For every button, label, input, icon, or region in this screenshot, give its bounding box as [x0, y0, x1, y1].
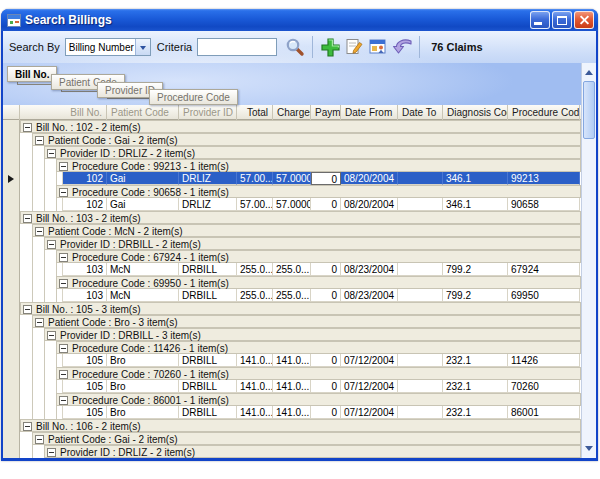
search-button[interactable] — [283, 35, 307, 59]
column-header-date_to[interactable]: Date To — [398, 105, 443, 120]
cell-bill[interactable]: 102 — [62, 198, 107, 211]
group-row-band[interactable]: Provider ID : DRLIZ - 2 item(s) — [44, 445, 581, 458]
scrollbar-thumb[interactable] — [583, 81, 595, 139]
column-header-date_from[interactable]: Date From — [341, 105, 398, 120]
cell-bill[interactable]: 102 — [62, 172, 107, 185]
column-header-diagnosis[interactable]: Diagnosis Code — [443, 105, 508, 120]
send-claims-button[interactable] — [390, 35, 414, 59]
cell-date_from[interactable]: 08/20/2004 — [341, 198, 398, 211]
collapse-icon[interactable] — [35, 227, 44, 236]
cell-charges[interactable]: 141.0... — [273, 406, 311, 419]
group-row-band[interactable]: Procedure Code : 69950 - 1 item(s) — [56, 276, 581, 289]
collapse-icon[interactable] — [47, 448, 56, 457]
group-row[interactable]: Bill No. : 102 - 2 item(s) — [3, 120, 581, 133]
group-row-band[interactable]: Provider ID : DRBILL - 2 item(s) — [44, 237, 581, 250]
group-row-band[interactable]: Bill No. : 102 - 2 item(s) — [20, 120, 581, 133]
group-box-procedure-code[interactable]: Procedure Code — [149, 89, 238, 105]
collapse-icon[interactable] — [59, 370, 68, 379]
data-row[interactable]: 102GaiDRLIZ57.00...57.0000008/20/2004346… — [3, 172, 581, 185]
cell-date_to[interactable] — [398, 198, 443, 211]
group-row[interactable]: Procedure Code : 99213 - 1 item(s) — [3, 159, 581, 172]
cell-provider[interactable]: DRBILL — [179, 289, 237, 302]
group-row-band[interactable]: Bill No. : 106 - 2 item(s) — [20, 419, 581, 432]
cell-bill[interactable]: 103 — [62, 289, 107, 302]
cell-date_to[interactable] — [398, 354, 443, 367]
collapse-icon[interactable] — [59, 279, 68, 288]
cell-total[interactable]: 141.0... — [237, 380, 273, 393]
cell-diagnosis[interactable]: 346.1 — [443, 198, 508, 211]
group-row[interactable]: Procedure Code : 86001 - 1 item(s) — [3, 393, 581, 406]
collapse-icon[interactable] — [59, 344, 68, 353]
cell-payment[interactable]: 0 — [311, 380, 341, 393]
cell-procedure[interactable]: 86001 — [508, 406, 580, 419]
collapse-icon[interactable] — [35, 136, 44, 145]
group-row[interactable]: Provider ID : DRBILL - 3 item(s) — [3, 328, 581, 341]
cell-bill[interactable]: 105 — [62, 406, 107, 419]
group-row[interactable]: Procedure Code : 11426 - 1 item(s) — [3, 341, 581, 354]
group-row[interactable]: Bill No. : 106 - 2 item(s) — [3, 419, 581, 432]
cell-payment[interactable]: 0 — [311, 263, 341, 276]
collapse-icon[interactable] — [23, 305, 32, 314]
group-row-band[interactable]: Patient Code : McN - 2 item(s) — [32, 224, 581, 237]
group-row[interactable]: Patient Code : Gai - 2 item(s) — [3, 432, 581, 445]
cell-total[interactable]: 141.0... — [237, 354, 273, 367]
group-row-band[interactable]: Provider ID : DRLIZ - 2 item(s) — [44, 146, 581, 159]
collapse-icon[interactable] — [47, 331, 56, 340]
cell-procedure[interactable]: 99213 — [508, 172, 580, 185]
group-row-band[interactable]: Procedure Code : 90658 - 1 item(s) — [56, 185, 581, 198]
group-row[interactable]: Provider ID : DRBILL - 2 item(s) — [3, 237, 581, 250]
cell-diagnosis[interactable]: 232.1 — [443, 354, 508, 367]
cell-payment[interactable]: 0 — [311, 198, 341, 211]
data-row[interactable]: 103McNDRBILL255.0...255.0...008/23/20047… — [3, 263, 581, 276]
column-header-bill[interactable]: Bill No. — [20, 105, 107, 120]
cell-provider[interactable]: DRBILL — [179, 354, 237, 367]
cell-patient[interactable]: Gai — [107, 172, 179, 185]
cell-patient[interactable]: McN — [107, 289, 179, 302]
cell-total[interactable]: 255.0... — [237, 289, 273, 302]
cell-date_to[interactable] — [398, 406, 443, 419]
column-header-total[interactable]: Total — [237, 105, 273, 120]
cell-date_to[interactable] — [398, 263, 443, 276]
scroll-down-icon[interactable] — [582, 441, 596, 456]
cell-provider[interactable]: DRLIZ — [179, 198, 237, 211]
cell-payment[interactable]: 0 — [311, 354, 341, 367]
group-row[interactable]: Procedure Code : 70260 - 1 item(s) — [3, 367, 581, 380]
group-row-band[interactable]: Patient Code : Bro - 3 item(s) — [32, 315, 581, 328]
group-row-band[interactable]: Procedure Code : 70260 - 1 item(s) — [56, 367, 581, 380]
group-row[interactable]: Provider ID : DRLIZ - 2 item(s) — [3, 146, 581, 159]
cell-charges[interactable]: 57.0000 — [273, 172, 311, 185]
cell-diagnosis[interactable]: 232.1 — [443, 406, 508, 419]
group-row[interactable]: Bill No. : 105 - 3 item(s) — [3, 302, 581, 315]
cell-provider[interactable]: DRBILL — [179, 380, 237, 393]
cell-procedure[interactable]: 90658 — [508, 198, 580, 211]
group-row[interactable]: Procedure Code : 90658 - 1 item(s) — [3, 185, 581, 198]
collapse-icon[interactable] — [47, 149, 56, 158]
cell-procedure[interactable]: 69950 — [508, 289, 580, 302]
cell-payment[interactable]: 0 — [311, 172, 341, 185]
group-row-band[interactable]: Procedure Code : 86001 - 1 item(s) — [56, 393, 581, 406]
data-row[interactable]: 103McNDRBILL255.0...255.0...008/23/20047… — [3, 289, 581, 302]
cell-patient[interactable]: Bro — [107, 380, 179, 393]
cell-procedure[interactable]: 67924 — [508, 263, 580, 276]
cell-date_from[interactable]: 07/12/2004 — [341, 380, 398, 393]
cell-date_to[interactable] — [398, 380, 443, 393]
cell-diagnosis[interactable]: 799.2 — [443, 263, 508, 276]
data-row[interactable]: 105BroDRBILL141.0...141.0...007/12/20042… — [3, 406, 581, 419]
cell-diagnosis[interactable]: 346.1 — [443, 172, 508, 185]
add-claim-button[interactable] — [318, 35, 342, 59]
group-row[interactable]: Procedure Code : 69950 - 1 item(s) — [3, 276, 581, 289]
collapse-icon[interactable] — [23, 123, 32, 132]
cell-diagnosis[interactable]: 232.1 — [443, 380, 508, 393]
cell-charges[interactable]: 57.0000 — [273, 198, 311, 211]
cell-charges[interactable]: 141.0... — [273, 380, 311, 393]
group-row[interactable]: Procedure Code : 67924 - 1 item(s) — [3, 250, 581, 263]
collapse-icon[interactable] — [35, 318, 44, 327]
group-row-band[interactable]: Procedure Code : 11426 - 1 item(s) — [56, 341, 581, 354]
group-row-band[interactable]: Procedure Code : 99213 - 1 item(s) — [56, 159, 581, 172]
group-row[interactable]: Provider ID : DRLIZ - 2 item(s) — [3, 445, 581, 458]
collapse-icon[interactable] — [59, 188, 68, 197]
cell-date_to[interactable] — [398, 172, 443, 185]
cell-payment[interactable]: 0 — [311, 406, 341, 419]
chevron-down-icon[interactable] — [135, 39, 150, 55]
scroll-up-icon[interactable] — [582, 65, 596, 80]
